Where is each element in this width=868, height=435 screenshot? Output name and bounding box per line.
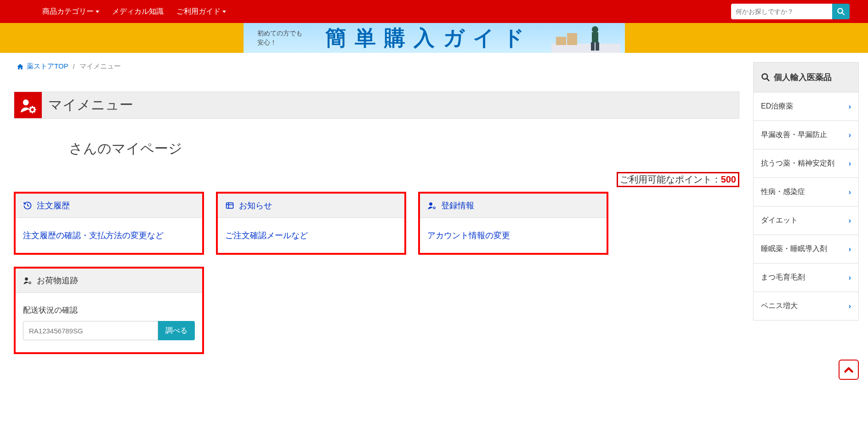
nav-item-guide[interactable]: ご利用ガイド <box>171 3 232 20</box>
chevron-right-icon: › <box>849 245 851 253</box>
sidebar-item-label: 早漏改善・早漏防止 <box>761 130 827 140</box>
card-body: ご注文確認メールなど <box>218 218 404 253</box>
card-head: 登録情報 <box>420 194 607 218</box>
sidebar-item-label: ペニス増大 <box>761 301 798 311</box>
card-head-label: 登録情報 <box>441 200 474 211</box>
card-order-history: 注文履歴 注文履歴の確認・支払方法の変更など <box>14 192 204 255</box>
search-icon <box>837 7 845 16</box>
breadcrumb: 薬ストアTOP / マイメニュー <box>14 62 739 71</box>
banner-sub-line2: 安心！ <box>257 38 302 47</box>
card-body: 注文履歴の確認・支払方法の変更など <box>16 218 202 253</box>
search-button[interactable] <box>832 4 850 19</box>
svg-rect-8 <box>596 42 599 51</box>
card-link-news[interactable]: ご注文確認メールなど <box>225 231 308 240</box>
scroll-top-button[interactable] <box>839 360 859 368</box>
svg-point-15 <box>433 207 435 209</box>
chevron-right-icon: › <box>849 188 851 196</box>
home-icon <box>17 63 24 70</box>
svg-line-1 <box>842 12 844 15</box>
points-row: ご利用可能なポイント： 500 <box>14 172 739 187</box>
nav-item-category[interactable]: 商品カテゴリー <box>37 3 105 20</box>
nav-item-label: ご利用ガイド <box>176 7 221 17</box>
card-body: アカウント情報の変更 <box>420 218 607 253</box>
breadcrumb-current: マイメニュー <box>79 62 121 71</box>
news-icon <box>225 201 234 210</box>
svg-point-16 <box>25 277 28 280</box>
history-icon <box>23 201 32 210</box>
top-nav-right <box>731 4 850 19</box>
banner-bar: 初めての方でも 安心！ 簡単購入ガイド <box>0 23 868 53</box>
card-head: お知らせ <box>218 194 404 218</box>
svg-rect-6 <box>592 32 598 42</box>
breadcrumb-separator: / <box>73 63 75 70</box>
banner-subtitle: 初めての方でも 安心！ <box>244 29 302 47</box>
card-head-label: お荷物追跡 <box>37 275 78 286</box>
sidebar-item[interactable]: ペニス増大› <box>753 292 859 321</box>
sidebar-item[interactable]: 早漏改善・早漏防止› <box>753 121 859 149</box>
search-input[interactable] <box>731 4 832 19</box>
chevron-right-icon: › <box>849 160 851 168</box>
tracking-input[interactable] <box>23 321 158 340</box>
chevron-down-icon <box>96 11 99 13</box>
svg-rect-3 <box>556 37 566 45</box>
svg-point-10 <box>30 107 35 112</box>
sidebar-item[interactable]: ED治療薬› <box>753 92 859 121</box>
tracking-button[interactable]: 調べる <box>158 321 195 340</box>
heading-iconbox <box>14 92 42 118</box>
svg-point-17 <box>29 282 31 284</box>
sidebar-item-label: 睡眠薬・睡眠導入剤 <box>761 244 827 254</box>
user-cog-icon <box>23 276 32 285</box>
sidebar: 個人輸入医薬品 ED治療薬› 早漏改善・早漏防止› 抗うつ薬・精神安定剤› 性病… <box>753 62 859 321</box>
card-head-label: お知らせ <box>239 200 272 211</box>
points-value: 500 <box>721 174 736 185</box>
sidebar-item[interactable]: 抗うつ薬・精神安定剤› <box>753 149 859 178</box>
sidebar-heading: 個人輸入医薬品 <box>753 62 859 92</box>
page-title: マイメニュー <box>42 92 739 118</box>
top-nav: 商品カテゴリー メディカル知識 ご利用ガイド <box>0 0 868 23</box>
page-heading: マイメニュー <box>14 92 739 119</box>
sidebar-heading-label: 個人輸入医薬品 <box>774 72 832 83</box>
chevron-right-icon: › <box>849 274 851 282</box>
points-label: ご利用可能なポイント： <box>620 173 721 186</box>
mypage-title: さんのマイページ <box>14 139 739 158</box>
sidebar-item[interactable]: まつ毛育毛剤› <box>753 263 859 292</box>
chevron-up-icon <box>843 364 855 368</box>
svg-rect-4 <box>567 33 577 45</box>
card-link-account[interactable]: アカウント情報の変更 <box>427 231 510 240</box>
points-box: ご利用可能なポイント： 500 <box>617 172 739 187</box>
banner-title: 簡単購入ガイド <box>325 24 533 52</box>
chevron-right-icon: › <box>849 217 851 225</box>
card-body: 配送状況の確認 調べる <box>16 293 202 352</box>
svg-point-14 <box>429 202 432 206</box>
sidebar-item-label: 性病・感染症 <box>761 187 805 197</box>
sidebar-item[interactable]: 睡眠薬・睡眠導入剤› <box>753 235 859 263</box>
svg-point-9 <box>23 99 29 105</box>
user-cog-icon <box>19 97 37 114</box>
svg-rect-11 <box>227 203 233 208</box>
sidebar-item[interactable]: 性病・感染症› <box>753 178 859 206</box>
tracking-label: 配送状況の確認 <box>23 305 195 315</box>
banner-sub-line1: 初めての方でも <box>257 29 302 38</box>
card-head: お荷物追跡 <box>16 269 202 293</box>
nav-item-label: メディカル知識 <box>112 7 164 17</box>
cards-grid: 注文履歴 注文履歴の確認・支払方法の変更など お知らせ ご注文確認メールなど <box>14 192 739 354</box>
card-head: 注文履歴 <box>16 194 202 218</box>
sidebar-list: ED治療薬› 早漏改善・早漏防止› 抗うつ薬・精神安定剤› 性病・感染症› ダイ… <box>753 92 859 321</box>
sidebar-item-label: まつ毛育毛剤 <box>761 273 805 282</box>
nav-item-medical[interactable]: メディカル知識 <box>107 3 169 20</box>
banner-illustration <box>551 23 620 53</box>
search-icon <box>761 73 770 82</box>
sidebar-item[interactable]: ダイエット› <box>753 206 859 235</box>
tracking-row: 調べる <box>23 321 195 340</box>
chevron-down-icon <box>222 11 226 13</box>
breadcrumb-home[interactable]: 薬ストアTOP <box>17 62 68 71</box>
svg-point-5 <box>592 26 598 33</box>
nav-item-label: 商品カテゴリー <box>42 7 94 17</box>
user-cog-icon <box>427 201 437 210</box>
card-link-order-history[interactable]: 注文履歴の確認・支払方法の変更など <box>23 231 164 240</box>
sidebar-item-label: ダイエット <box>761 216 798 225</box>
card-account: 登録情報 アカウント情報の変更 <box>418 192 608 255</box>
card-news: お知らせ ご注文確認メールなど <box>216 192 406 255</box>
banner[interactable]: 初めての方でも 安心！ 簡単購入ガイド <box>244 23 625 53</box>
sidebar-item-label: 抗うつ薬・精神安定剤 <box>761 159 834 168</box>
